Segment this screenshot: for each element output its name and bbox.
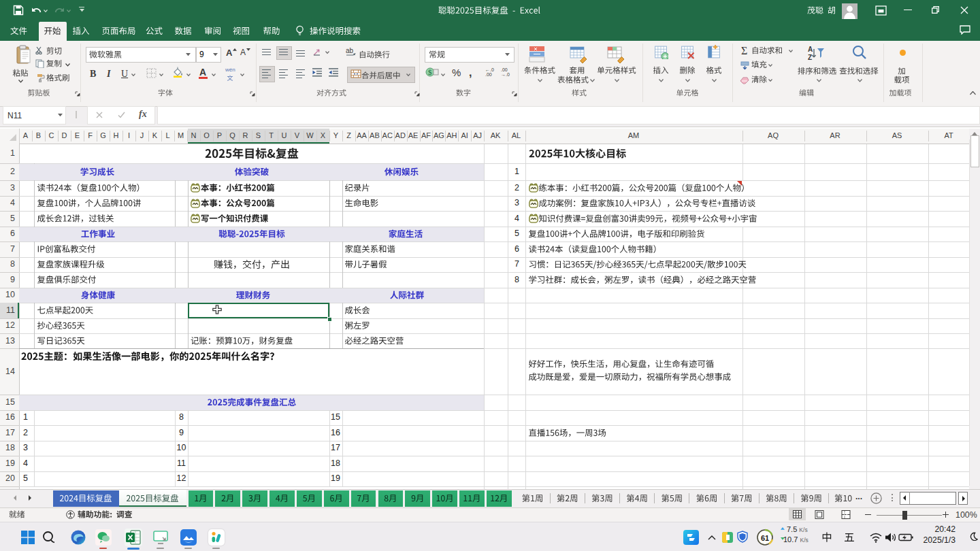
svg-text:A: A xyxy=(808,46,813,53)
svg-text:61: 61 xyxy=(761,534,769,542)
svg-text:Z: Z xyxy=(808,54,812,61)
svg-text:$: $ xyxy=(428,68,432,76)
svg-text:ab: ab xyxy=(346,47,354,54)
